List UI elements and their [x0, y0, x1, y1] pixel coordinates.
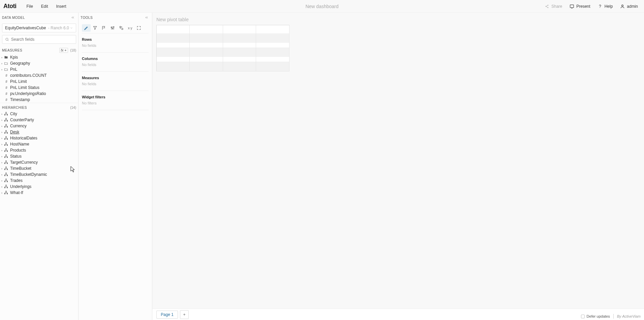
- measure-item[interactable]: ▸Kpis: [0, 54, 78, 60]
- hierarchy-item[interactable]: ▸TargetCurrency: [0, 159, 78, 165]
- byline: By ActiveViam: [617, 314, 641, 318]
- folder-icon: [4, 55, 9, 59]
- measure-item[interactable]: ▸Geography: [0, 60, 78, 66]
- hierarchy-item[interactable]: ▸City: [0, 111, 78, 117]
- svg-rect-26: [5, 145, 5, 146]
- measure-label: PnL Limit Status: [10, 85, 39, 90]
- hierarchy-icon: [4, 130, 9, 134]
- defer-checkbox[interactable]: [581, 315, 585, 318]
- svg-rect-31: [6, 155, 6, 155]
- svg-rect-38: [5, 169, 5, 170]
- topbar-right: Share Present ? Help admin: [542, 3, 641, 10]
- hierarchy-item[interactable]: ▸HistoricalDates: [0, 135, 78, 141]
- add-page-button[interactable]: +: [180, 310, 189, 319]
- tools-title: TOOLS: [81, 16, 93, 20]
- hierarchies-count: (14): [70, 106, 76, 109]
- page-bar: Page 1 +: [152, 309, 644, 320]
- svg-rect-44: [5, 181, 5, 182]
- tool-section[interactable]: ColumnsNo fields: [82, 53, 149, 72]
- measure-item[interactable]: #pv.UnderlyingsRatio: [0, 91, 78, 97]
- hierarchy-item[interactable]: ▸Currency: [0, 123, 78, 129]
- svg-rect-41: [5, 175, 5, 176]
- tool-section-empty: No fields: [82, 82, 149, 91]
- hierarchy-label: Underlyings: [10, 184, 31, 189]
- page-tab-1[interactable]: Page 1: [156, 311, 178, 319]
- measure-item[interactable]: #contributors.COUNT: [0, 72, 78, 78]
- svg-rect-48: [7, 187, 8, 188]
- user-icon: [620, 4, 625, 9]
- measure-item[interactable]: #PnL Limit: [0, 78, 78, 85]
- data-model-panel: DATA MODEL EquityDerivativesCube - Ranch…: [0, 13, 79, 320]
- hierarchy-item[interactable]: ▸Products: [0, 147, 78, 153]
- svg-rect-16: [6, 124, 6, 125]
- xy-button[interactable]: x·y: [126, 24, 134, 32]
- measure-item[interactable]: #PnL Limit Status: [0, 85, 78, 91]
- menu-insert[interactable]: Insert: [53, 3, 70, 10]
- hierarchy-item[interactable]: ▸Status: [0, 153, 78, 159]
- svg-point-8: [6, 38, 8, 40]
- hierarchy-icon: [4, 191, 9, 195]
- caret-icon: ▸: [1, 113, 4, 116]
- menu-file[interactable]: File: [23, 3, 36, 10]
- tools-panel: TOOLS x·y RowsNo fieldsColumnsNo fieldsM…: [79, 13, 152, 320]
- caret-icon: ▸: [1, 56, 4, 59]
- measure-label: contributors.COUNT: [10, 73, 47, 78]
- hierarchy-item[interactable]: ▸CounterParty: [0, 117, 78, 123]
- share-button[interactable]: Share: [542, 3, 565, 10]
- hierarchy-label: Currency: [10, 124, 27, 128]
- measure-item[interactable]: #Timestamp: [0, 97, 78, 103]
- tool-icon-bar: x·y: [82, 22, 149, 33]
- hierarchy-icon: [4, 185, 9, 189]
- present-label: Present: [576, 4, 590, 9]
- hierarchy-item[interactable]: ▸What-If: [0, 190, 78, 196]
- hierarchies-title: HIERARCHIES: [2, 106, 27, 109]
- measure-label: pv.UnderlyingsRatio: [10, 91, 46, 96]
- fx-button[interactable]: fx +: [59, 48, 68, 53]
- hierarchy-item[interactable]: ▸HostName: [0, 141, 78, 147]
- collapse-tools-button[interactable]: [144, 15, 149, 20]
- hierarchy-item[interactable]: ▸TimeBucket: [0, 165, 78, 171]
- sliders-icon: [110, 26, 115, 30]
- hierarchy-item[interactable]: ▸Trades: [0, 178, 78, 184]
- caret-icon: ▸: [1, 68, 4, 71]
- axis-swap-button[interactable]: [117, 24, 126, 32]
- widget-area[interactable]: New pivot table: [152, 13, 644, 309]
- sliders-button[interactable]: [108, 24, 117, 32]
- svg-rect-42: [7, 175, 8, 176]
- caret-icon: ▸: [1, 131, 4, 134]
- present-button[interactable]: Present: [567, 3, 593, 10]
- search-input[interactable]: [11, 37, 73, 42]
- tool-section[interactable]: MeasuresNo fields: [82, 72, 149, 91]
- hierarchies-header: HIERARCHIES (14): [0, 103, 78, 111]
- measures-title: MEASURES: [2, 49, 22, 52]
- expand-button[interactable]: [134, 24, 143, 32]
- help-button[interactable]: ? Help: [595, 3, 616, 10]
- tool-section[interactable]: RowsNo fields: [82, 33, 149, 53]
- pencil-button[interactable]: [82, 24, 91, 32]
- collapse-data-model-button[interactable]: [70, 15, 75, 20]
- user-menu[interactable]: admin: [617, 3, 641, 10]
- widget-title[interactable]: New pivot table: [156, 17, 640, 22]
- measure-item[interactable]: ▸PnL: [0, 66, 78, 72]
- cube-name: EquityDerivativesCube: [5, 26, 46, 30]
- workspace: DATA MODEL EquityDerivativesCube - Ranch…: [0, 13, 644, 320]
- hierarchy-icon: [4, 179, 9, 183]
- measures-tree: ▸Kpis▸Geography▸PnL#contributors.COUNT#P…: [0, 54, 78, 103]
- menu-edit[interactable]: Edit: [38, 3, 52, 10]
- svg-rect-58: [120, 26, 121, 28]
- tool-section[interactable]: Widget filtersNo filters: [82, 91, 149, 110]
- flag-button[interactable]: [99, 24, 108, 32]
- caret-icon: ▸: [1, 179, 4, 182]
- svg-rect-51: [7, 193, 8, 194]
- svg-rect-59: [122, 28, 123, 30]
- filter-button[interactable]: [91, 24, 99, 32]
- hierarchy-item[interactable]: ▸Underlyings: [0, 184, 78, 190]
- dashboard-title[interactable]: New dashboard: [305, 4, 338, 9]
- hash-icon: #: [4, 80, 9, 84]
- search-fields[interactable]: [2, 35, 76, 44]
- hierarchy-item[interactable]: ▸Desk: [0, 129, 78, 135]
- caret-icon: ▸: [1, 191, 4, 194]
- hierarchy-item[interactable]: ▸TimeBucketDynamic: [0, 171, 78, 178]
- defer-updates-toggle[interactable]: Defer updates: [581, 314, 610, 318]
- cube-selector[interactable]: EquityDerivativesCube - Ranch 6.0: [2, 24, 76, 32]
